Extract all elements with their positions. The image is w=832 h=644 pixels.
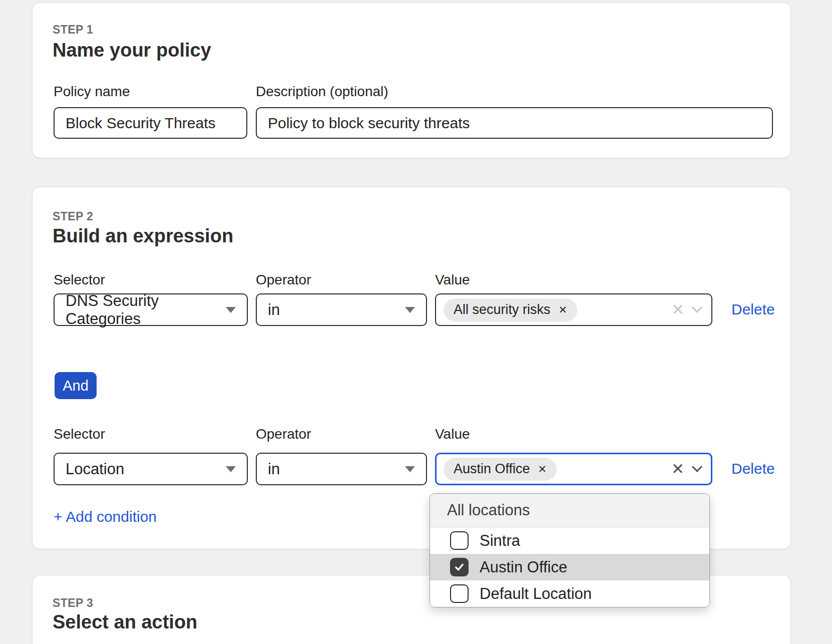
chevron-down-icon — [405, 466, 415, 472]
description-label: Description (optional) — [256, 84, 388, 100]
remove-tag-icon[interactable]: ✕ — [538, 464, 547, 474]
step-2-title: Build an expression — [53, 225, 233, 247]
value-label-row2: Value — [435, 426, 470, 442]
dropdown-option-austin-office[interactable]: Austin Office — [430, 554, 709, 580]
operator-select-row1-value: in — [268, 301, 280, 319]
value-tag: Austin Office ✕ — [444, 458, 557, 481]
dropdown-group-header: All locations — [430, 494, 709, 527]
operator-select-row2-value: in — [268, 460, 280, 478]
step-1-title: Name your policy — [53, 40, 211, 61]
step-1-label: STEP 1 — [53, 23, 93, 37]
selector-select-row1[interactable]: DNS Security Categories — [54, 293, 248, 326]
chevron-down-icon — [405, 307, 415, 313]
value-combobox-row1[interactable]: All security risks ✕ ✕ — [435, 293, 712, 326]
dropdown-option-sintra[interactable]: Sintra — [430, 527, 709, 554]
operator-select-row1[interactable]: in — [256, 293, 427, 326]
selector-label-row2: Selector — [54, 426, 105, 442]
chevron-down-icon — [226, 466, 236, 472]
dropdown-option-label: Austin Office — [480, 558, 567, 576]
dropdown-option-default-location[interactable]: Default Location — [430, 580, 709, 607]
and-button[interactable]: And — [55, 372, 97, 399]
operator-select-row2[interactable]: in — [256, 453, 427, 485]
value-combobox-row2[interactable]: Austin Office ✕ ✕ — [435, 453, 712, 485]
value-label-row1: Value — [435, 272, 470, 288]
delete-condition-button-row1[interactable]: Delete — [731, 301, 775, 318]
selector-select-row2[interactable]: Location — [54, 453, 248, 485]
dropdown-option-label: Sintra — [480, 532, 520, 550]
operator-label-row1: Operator — [256, 272, 311, 288]
chevron-down-icon[interactable] — [692, 302, 702, 313]
clear-icon[interactable]: ✕ — [671, 302, 684, 317]
step-3-title: Select an action — [53, 611, 197, 633]
value-tag: All security risks ✕ — [444, 298, 577, 321]
option-checkbox[interactable] — [450, 558, 469, 576]
selector-label-row1: Selector — [54, 272, 105, 288]
policy-name-label: Policy name — [54, 84, 130, 100]
delete-condition-button-row2[interactable]: Delete — [731, 460, 775, 477]
operator-label-row2: Operator — [256, 426, 311, 442]
locations-dropdown: All locations Sintra Austin Office Defau… — [430, 493, 710, 607]
policy-name-input[interactable] — [54, 107, 247, 139]
dropdown-option-label: Default Location — [480, 585, 592, 603]
chevron-down-icon[interactable] — [692, 462, 702, 472]
clear-icon[interactable]: ✕ — [671, 461, 684, 477]
dropdown-group-header-text: All locations — [447, 501, 530, 519]
remove-tag-icon[interactable]: ✕ — [559, 304, 568, 315]
step-3-label: STEP 3 — [53, 596, 93, 610]
value-tag-text: All security risks — [454, 302, 551, 317]
policy-builder-page: STEP 1 Name your policy Policy name Desc… — [0, 0, 832, 644]
selector-select-row1-value: DNS Security Categories — [66, 292, 226, 328]
description-input[interactable] — [256, 107, 773, 139]
value-tag-text: Austin Office — [454, 461, 530, 477]
check-icon — [454, 561, 465, 573]
selector-select-row2-value: Location — [66, 460, 124, 478]
option-checkbox[interactable] — [450, 584, 469, 603]
add-condition-link[interactable]: + Add condition — [54, 508, 157, 525]
option-checkbox[interactable] — [450, 531, 469, 550]
card-step-1: STEP 1 Name your policy Policy name Desc… — [32, 2, 791, 158]
chevron-down-icon — [226, 307, 236, 313]
step-2-label: STEP 2 — [53, 210, 93, 223]
